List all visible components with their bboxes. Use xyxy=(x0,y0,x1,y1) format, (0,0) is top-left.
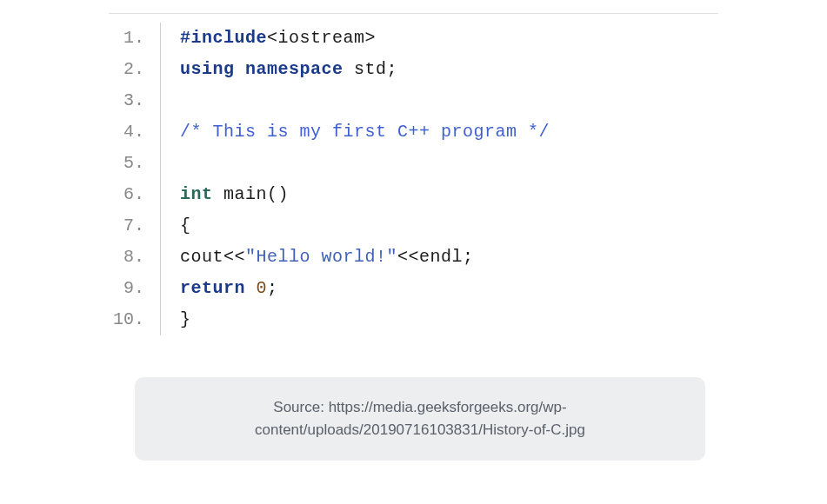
code-line xyxy=(180,85,550,116)
line-number: 9. xyxy=(123,273,144,304)
code-line: cout<<"Hello world!"<<endl; xyxy=(180,242,550,273)
line-number-gutter: 1.2.3.4.5.6.7.8.9.10. xyxy=(109,23,161,335)
line-number: 4. xyxy=(123,116,144,148)
line-number: 1. xyxy=(123,23,144,54)
code-line: int main() xyxy=(180,179,550,210)
line-number: 5. xyxy=(123,148,144,179)
code-line: using namespace std; xyxy=(180,54,550,85)
line-number: 7. xyxy=(123,210,144,242)
code-content: #include<iostream>using namespace std; /… xyxy=(161,23,550,335)
source-text: Source: https://media.geeksforgeeks.org/… xyxy=(255,399,585,438)
code-line: /* This is my first C++ program */ xyxy=(180,116,550,148)
source-caption: Source: https://media.geeksforgeeks.org/… xyxy=(135,377,705,461)
line-number: 10. xyxy=(113,304,144,335)
line-number: 8. xyxy=(123,242,144,273)
code-line: { xyxy=(180,210,550,242)
code-line: } xyxy=(180,304,550,335)
code-line: #include<iostream> xyxy=(180,23,550,54)
line-number: 2. xyxy=(123,54,144,85)
code-line xyxy=(180,148,550,179)
line-number: 6. xyxy=(123,179,144,210)
line-number: 3. xyxy=(123,85,144,116)
code-block: 1.2.3.4.5.6.7.8.9.10. #include<iostream>… xyxy=(109,13,718,335)
code-line: return 0; xyxy=(180,273,550,304)
